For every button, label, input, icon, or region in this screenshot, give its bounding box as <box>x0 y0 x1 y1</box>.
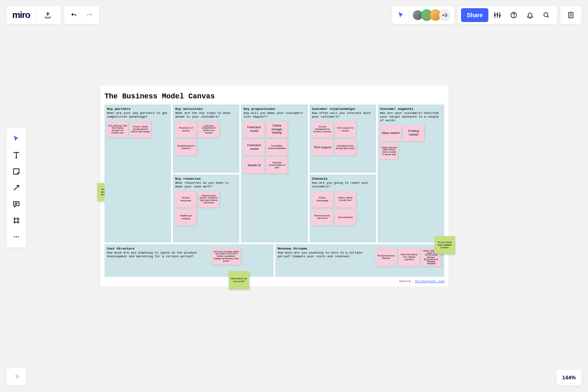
export-button[interactable] <box>40 8 55 22</box>
cell-prompt: What are your key partners to get compet… <box>107 111 169 119</box>
svg-point-16 <box>14 236 15 238</box>
help-button[interactable] <box>506 8 521 22</box>
sticky-note[interactable]: C2C support in forums <box>335 121 356 138</box>
logo-panel: miro <box>7 6 61 24</box>
sticky-note[interactable]: Automated service through Q&A section <box>335 139 356 156</box>
sticky-note[interactable]: Human resources <box>175 191 196 207</box>
cell-title: Key propositions <box>243 107 305 111</box>
sticky-note[interactable]: HTC (2011/10): 5GB free Dropbox storage … <box>107 121 128 138</box>
redo-button[interactable] <box>82 8 97 22</box>
sticky-note[interactable]: Pricing mechanism: freemium <box>376 248 397 266</box>
cell-prompt: How will you make your customers' life h… <box>243 111 305 119</box>
canvas-grid: Key partners What are your key partners … <box>105 105 444 243</box>
sticky-note[interactable]: Recurring revenue from ongoing payments <box>399 248 420 266</box>
sticky-note[interactable]: Continuous development of platform and s… <box>198 121 219 138</box>
frame-tool[interactable] <box>7 212 26 229</box>
sticky-note[interactable]: Freemium model <box>243 121 265 138</box>
cell-prompt: How often will you interact with your cu… <box>312 111 374 119</box>
divider <box>408 11 409 20</box>
sticky-note[interactable]: 2nd round of venture capital was raised … <box>212 248 241 265</box>
miro-logo[interactable]: miro <box>12 10 30 20</box>
sticky-note[interactable]: Intellectual property <box>175 209 196 225</box>
select-tool[interactable] <box>7 131 26 147</box>
notifications-button[interactable] <box>523 8 537 22</box>
cell-relationships[interactable]: Customer relationships How often will yo… <box>310 105 376 173</box>
svg-point-18 <box>18 236 19 238</box>
settings-button[interactable] <box>490 8 505 22</box>
svg-point-5 <box>544 13 548 17</box>
expand-button[interactable] <box>7 368 26 385</box>
collaborators-panel: +3 <box>392 6 454 24</box>
sticky-note[interactable]: Amazon: Simple Storage Servers (S3) for … <box>130 121 151 138</box>
svg-point-1 <box>497 14 498 15</box>
sticky-note[interactable]: Direct: homepage <box>312 191 333 207</box>
cell-activities[interactable]: Key activities What are the key steps to… <box>173 105 239 173</box>
sticky-note[interactable]: Partner channels: tech forums <box>312 209 333 225</box>
sticky-note[interactable]: Account management for business customer… <box>312 121 333 138</box>
source-link[interactable]: Strategyzer.com <box>415 279 444 283</box>
share-panel: Share <box>458 6 557 24</box>
more-tools[interactable] <box>7 229 26 245</box>
comment-tool[interactable] <box>7 196 26 212</box>
cell-prompt: What are the key steps to move ahead to … <box>175 111 237 119</box>
cell-partners[interactable]: Key partners What are your key partners … <box>105 105 171 243</box>
cell-title: Key partners <box>107 107 169 111</box>
avatar-more[interactable]: +3 <box>439 9 450 21</box>
sticky-note[interactable]: What about the 1st round? <box>229 271 249 289</box>
sticky-note[interactable]: Accessibility: universal application <box>266 139 287 156</box>
sticky-note[interactable]: Promotion of service <box>175 121 196 138</box>
arrow-tool[interactable] <box>7 180 26 196</box>
cell-segments[interactable]: Customer segments Who are your customers… <box>378 105 444 243</box>
sticky-note[interactable]: Mass market <box>380 125 401 141</box>
sticky-note[interactable]: Online storage: backup <box>266 121 287 138</box>
search-button[interactable] <box>539 8 554 22</box>
cell-propositions[interactable]: Key propositions How will you make your … <box>241 105 307 243</box>
cell-channels[interactable]: Channels How are you going to reach your… <box>310 174 376 243</box>
sticky-note[interactable]: Viral channels <box>335 209 356 225</box>
cell-title: Customer relationships <box>312 107 374 111</box>
source-line: Source: Strategyzer.com <box>105 279 444 283</box>
source-prefix: Source: <box>399 279 415 283</box>
toolbar <box>7 128 26 247</box>
share-button[interactable]: Share <box>461 8 488 22</box>
cell-title: Channels <box>312 177 374 180</box>
text-tool[interactable] <box>7 147 26 163</box>
cell-resources[interactable]: Key resources What resources do you need… <box>173 174 239 243</box>
sticky-note[interactable]: Automatic synchronization of data <box>266 157 287 174</box>
cell-title: Key resources <box>175 177 237 180</box>
zoom-level[interactable]: 144% <box>557 370 581 385</box>
cell-prompt: What resources do you need to make your … <box>175 181 237 189</box>
sticky-note[interactable]: Simple UI <box>243 157 265 174</box>
cell-prompt: How are you going to reach your customer… <box>312 181 374 189</box>
cursor-icon[interactable] <box>398 11 405 19</box>
sticky-note[interactable]: Target: everyone using memory sticks or … <box>380 143 398 159</box>
canvas-board[interactable]: The Business Model Canvas Learn more abo… <box>100 86 448 286</box>
undo-button[interactable] <box>67 8 81 22</box>
svg-point-4 <box>514 16 514 17</box>
undo-redo-panel <box>64 6 99 24</box>
sticky-note[interactable]: Do you know their AARRR funnel? <box>434 236 455 254</box>
svg-point-2 <box>499 15 501 16</box>
cell-prompt: How much are you planning to earn in a c… <box>278 251 376 258</box>
sticky-note[interactable]: Freemium model <box>243 139 265 156</box>
cell-prompt: Who are your customers? Describe your ta… <box>380 111 442 122</box>
avatar-stack[interactable]: +3 <box>412 9 450 21</box>
canvas-bottom-row: Cost Structure How much are you planning… <box>105 244 444 277</box>
cell-title: Customer segments <box>380 107 442 111</box>
cell-title: Cost Structure <box>107 247 271 250</box>
sticky-note[interactable]: Troubleshooting for customers <box>175 139 196 156</box>
divider <box>35 11 36 20</box>
cell-title: Key activities <box>175 107 237 111</box>
sticky-note[interactable]: Tech support <box>312 139 333 156</box>
svg-point-0 <box>494 14 496 16</box>
sticky-note[interactable]: Indirect: referral through users <box>335 191 356 207</box>
notes-panel <box>560 6 581 24</box>
cell-revenue[interactable]: Revenue Streams How much are you plannin… <box>275 244 444 277</box>
sticky-note[interactable]: Physical assets (servers, computers, hig… <box>198 191 219 207</box>
board-title: The Business Model Canvas <box>105 92 444 100</box>
svg-point-17 <box>16 236 17 238</box>
sticky-note[interactable]: Existing market <box>403 125 424 141</box>
notes-button[interactable] <box>564 8 578 22</box>
sticky-tool[interactable] <box>7 163 26 180</box>
cell-cost[interactable]: Cost Structure How much are you planning… <box>105 244 274 277</box>
